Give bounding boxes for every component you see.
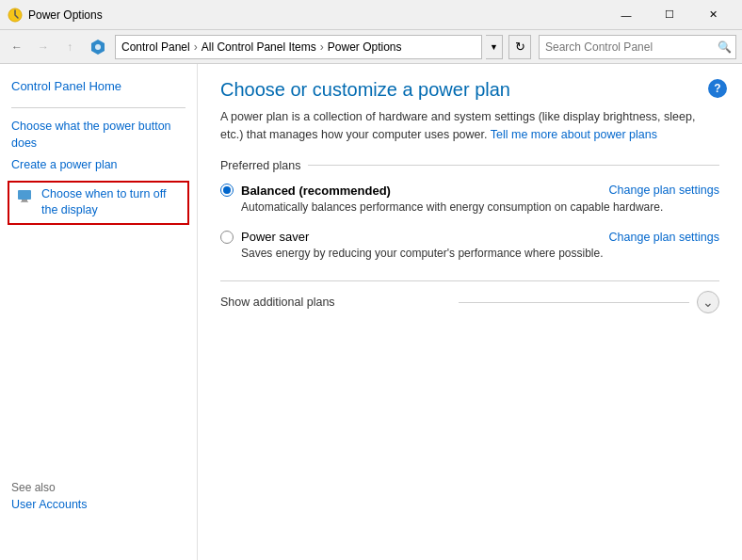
sidebar-user-accounts-link[interactable]: User Accounts	[11, 498, 186, 511]
chevron-down-icon: ⌄	[702, 296, 714, 309]
maximize-button[interactable]: ☐	[648, 0, 691, 30]
content-description: A power plan is a collection of hardware…	[220, 108, 710, 144]
content-title: Choose or customize a power plan	[220, 79, 719, 101]
address-bar: ← → ↑ Control Panel › All Control Panel …	[0, 30, 742, 64]
show-additional-plans: Show additional plans ⌄	[220, 280, 719, 313]
main-container: Control Panel Home Choose what the power…	[0, 64, 742, 560]
window-title: Power Options	[28, 8, 605, 22]
forward-button[interactable]: →	[32, 36, 55, 58]
expand-additional-plans-button[interactable]: ⌄	[697, 291, 719, 313]
refresh-button[interactable]: ↻	[508, 35, 531, 59]
search-icon: 🔍	[713, 36, 735, 58]
plan-desc-balanced: Automatically balances performance with …	[241, 200, 719, 216]
path-dropdown-button[interactable]: ▼	[486, 35, 503, 59]
plan-item-balanced: Balanced (recommended) Change plan setti…	[220, 184, 719, 216]
sidebar-divider-1	[11, 107, 186, 108]
app-icon	[8, 8, 23, 23]
svg-rect-3	[22, 200, 27, 201]
svg-rect-4	[21, 201, 28, 202]
address-path: Control Panel › All Control Panel Items …	[115, 35, 482, 59]
turn-off-display-label: Choose when to turn off the display	[41, 186, 180, 219]
svg-rect-2	[18, 190, 31, 200]
preferred-plans-header: Preferred plans	[220, 159, 719, 172]
see-also-heading: See also	[11, 481, 186, 494]
show-additional-label: Show additional plans	[220, 296, 451, 309]
close-button[interactable]: ✕	[691, 0, 734, 30]
display-icon	[17, 188, 36, 207]
sidebar-see-also: See also User Accounts	[0, 470, 197, 522]
section-line	[308, 165, 719, 166]
plan-header-power-saver: Power saver Change plan settings	[220, 230, 719, 244]
learn-more-link[interactable]: Tell me more about power plans	[491, 128, 657, 141]
plan-desc-power-saver: Saves energy by reducing your computer's…	[241, 246, 719, 262]
sidebar-item-turn-off-display[interactable]: Choose when to turn off the display	[8, 181, 189, 225]
svg-point-1	[95, 44, 101, 50]
location-icon	[89, 38, 107, 56]
sidebar-home-link[interactable]: Control Panel Home	[0, 75, 197, 98]
preferred-plans-label: Preferred plans	[220, 159, 300, 172]
sidebar-item-power-button[interactable]: Choose what the power button does	[0, 116, 197, 154]
help-icon[interactable]: ?	[708, 79, 727, 98]
radio-power-saver[interactable]	[220, 231, 234, 244]
plan-item-power-saver: Power saver Change plan settings Saves e…	[220, 230, 719, 262]
up-button[interactable]: ↑	[58, 36, 81, 58]
content-area: ? Choose or customize a power plan A pow…	[198, 64, 742, 560]
search-box: 🔍	[539, 35, 736, 59]
title-bar: Power Options — ☐ ✕	[0, 0, 742, 30]
window-controls: — ☐ ✕	[605, 0, 734, 30]
breadcrumb-current: Power Options	[328, 40, 402, 54]
search-input[interactable]	[540, 40, 713, 54]
minimize-button[interactable]: —	[605, 0, 648, 30]
sidebar-item-create-plan[interactable]: Create a power plan	[0, 154, 197, 177]
back-button[interactable]: ←	[6, 36, 28, 58]
plan-name-balanced: Balanced (recommended)	[241, 184, 391, 198]
change-settings-power-saver[interactable]: Change plan settings	[609, 231, 719, 244]
change-settings-balanced[interactable]: Change plan settings	[609, 184, 719, 197]
additional-line	[459, 302, 689, 303]
radio-balanced[interactable]	[220, 184, 234, 197]
breadcrumb-all-items[interactable]: All Control Panel Items	[202, 40, 316, 54]
sidebar: Control Panel Home Choose what the power…	[0, 64, 198, 560]
breadcrumb-control-panel[interactable]: Control Panel	[121, 40, 190, 54]
plan-header-balanced: Balanced (recommended) Change plan setti…	[220, 184, 719, 198]
plan-name-power-saver: Power saver	[241, 230, 309, 244]
sidebar-content: Control Panel Home Choose what the power…	[0, 64, 198, 240]
